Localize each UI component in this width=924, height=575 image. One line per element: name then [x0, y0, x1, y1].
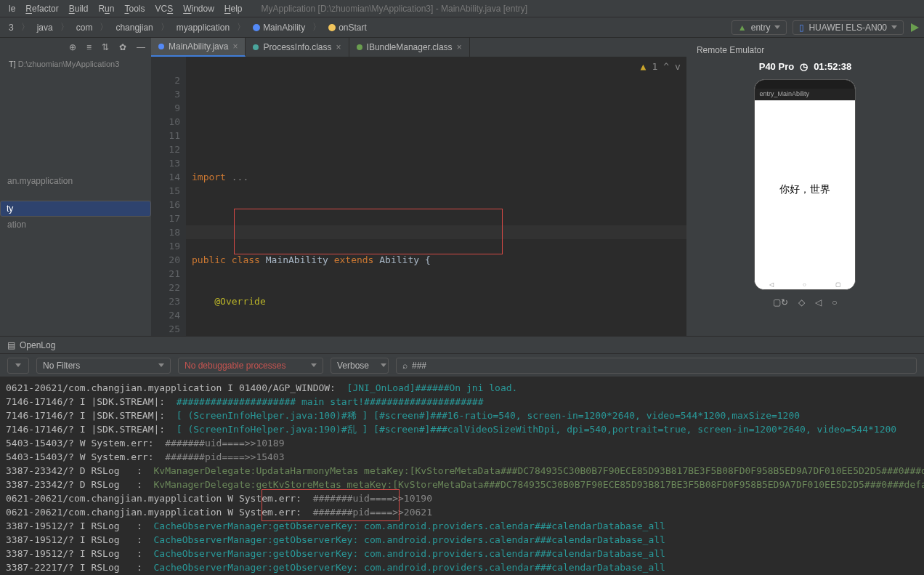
hide-icon[interactable]: — — [137, 42, 145, 52]
crumb-root[interactable]: 3 — [4, 21, 18, 34]
log-icon: ▤ — [7, 340, 15, 350]
log-output[interactable]: 0621-20621/com.changjian.myapplication I… — [0, 377, 924, 575]
sidebar-path: T] D:\zhuomian\MyApplication3 — [0, 57, 151, 71]
search-icon: ⌕ — [402, 361, 408, 371]
chevron-right-icon: 〉 — [312, 21, 321, 33]
menubar: le Refactor Build Run Tools VCS Window H… — [0, 0, 924, 17]
crumb-changjian[interactable]: changjian — [111, 21, 157, 34]
clock-icon: ◷ — [800, 61, 808, 72]
menu-vcs[interactable]: VCS — [150, 2, 177, 15]
svg-marker-0 — [911, 23, 919, 32]
chevron-right-icon: 〉 — [237, 21, 246, 33]
status-bar — [755, 80, 855, 89]
log-search[interactable]: ⌕ — [396, 358, 917, 374]
app-body: 你好，世界 — [755, 100, 855, 279]
crumb-com[interactable]: com — [72, 21, 97, 34]
recents-icon[interactable]: ▢ — [835, 281, 841, 288]
sidebar-item-package[interactable]: an.myapplication — [0, 173, 151, 189]
sidebar-item-selected[interactable]: ty — [0, 201, 151, 217]
emulator-title: Remote Emulator — [691, 42, 920, 58]
crumb-method[interactable]: onStart — [324, 21, 371, 34]
class-icon — [158, 44, 164, 49]
openlog-tab[interactable]: ▤OpenLog — [0, 336, 924, 353]
menu-refactor[interactable]: Refactor — [21, 2, 62, 15]
expand-icon[interactable]: ⇅ — [102, 42, 109, 52]
caret-icon — [311, 363, 317, 367]
menu-window[interactable]: Window — [179, 2, 219, 15]
class-icon — [253, 24, 260, 31]
hammer-icon: ▲ — [738, 23, 747, 33]
breadcrumbs: 3〉 java〉 com〉 changjian〉 myapplication〉 … — [4, 21, 371, 34]
device-header: P40 Pro◷01:52:38 — [691, 58, 920, 75]
log-filters: No Filters No debuggable processes Verbo… — [0, 353, 924, 377]
code[interactable]: import ... public class MainAbility exte… — [186, 57, 686, 336]
emulator-controls: ▢↻ ◇ ◁ ○ — [691, 290, 920, 315]
caret-icon — [158, 363, 164, 367]
chevron-right-icon: 〉 — [100, 21, 108, 33]
class-icon — [253, 44, 259, 50]
navbar: 3〉 java〉 com〉 changjian〉 myapplication〉 … — [0, 17, 924, 38]
collapse-icon[interactable]: ≡ — [86, 42, 92, 52]
back-icon[interactable]: ◁ — [769, 281, 774, 288]
editor: MainAbility.java× ProcessInfo.class× IBu… — [151, 38, 686, 336]
window-title: MyApplication [D:\zhuomian\MyApplication… — [262, 4, 528, 14]
phone-screen[interactable]: entry_MainAbility 你好，世界 ◁○▢ — [754, 79, 856, 290]
log-search-input[interactable] — [412, 361, 910, 371]
filter-process[interactable]: No debuggable processes — [178, 358, 323, 374]
filter-level[interactable]: Verbose — [331, 358, 389, 374]
caret-icon — [891, 25, 897, 29]
menu-tools[interactable]: Tools — [120, 2, 149, 15]
menu-help[interactable]: Help — [220, 2, 247, 15]
chevron-right-icon: 〉 — [161, 21, 169, 33]
gear-icon[interactable]: ✿ — [119, 42, 126, 52]
run-config-select[interactable]: ▲entry — [732, 20, 787, 35]
device-select[interactable]: ▯HUAWEI ELS-AN00 — [793, 20, 904, 35]
device-icon: ▯ — [799, 23, 804, 33]
close-icon[interactable]: × — [232, 41, 238, 52]
nav-bar: ◁○▢ — [755, 279, 855, 289]
circle-icon[interactable]: ○ — [832, 297, 837, 307]
gutter: 239 10111213 14151617 18192021 22232425 — [151, 57, 186, 336]
interface-icon — [357, 44, 362, 50]
rotate-icon[interactable]: ▢↻ — [773, 297, 788, 307]
crumb-app[interactable]: myapplication — [172, 21, 234, 34]
sidebar-item-ation[interactable]: ation — [0, 217, 151, 233]
run-button[interactable] — [909, 23, 920, 33]
home-icon[interactable]: ○ — [803, 281, 806, 288]
chevron-right-icon: 〉 — [21, 21, 30, 33]
sidebar: ⊕ ≡ ⇅ ✿ — T] D:\zhuomian\MyApplication3 … — [0, 38, 151, 336]
back-icon[interactable]: ◁ — [815, 297, 822, 307]
caret-icon — [381, 363, 386, 367]
menu-run[interactable]: Run — [94, 2, 118, 15]
crumb-class[interactable]: MainAbility — [248, 21, 309, 34]
target-icon[interactable]: ⊕ — [69, 42, 76, 52]
close-icon[interactable]: × — [457, 42, 462, 52]
shape-icon[interactable]: ◇ — [798, 297, 805, 307]
code-area[interactable]: ▲1 ^ v 239 10111213 14151617 18192021 22… — [151, 57, 686, 336]
close-icon[interactable]: × — [336, 42, 341, 52]
editor-tabs: MainAbility.java× ProcessInfo.class× IBu… — [151, 38, 686, 57]
caret-icon — [15, 363, 21, 367]
app-bar: entry_MainAbility — [755, 89, 855, 100]
emulator-panel: Remote Emulator P40 Pro◷01:52:38 entry_M… — [686, 38, 924, 336]
chevron-right-icon: 〉 — [60, 21, 69, 33]
method-icon — [328, 24, 336, 31]
tab-ibundlemgr[interactable]: IBundleManager.class× — [349, 38, 470, 57]
menu-le[interactable]: le — [4, 2, 20, 15]
caret-icon — [774, 25, 780, 29]
filter-nofilters[interactable]: No Filters — [36, 358, 171, 374]
crumb-java[interactable]: java — [33, 21, 57, 34]
sidebar-toolbar: ⊕ ≡ ⇅ ✿ — — [0, 38, 151, 57]
menu-build[interactable]: Build — [65, 2, 93, 15]
filter-device[interactable] — [7, 358, 29, 374]
tab-processinfo[interactable]: ProcessInfo.class× — [246, 38, 349, 57]
tab-mainability[interactable]: MainAbility.java× — [151, 38, 246, 57]
